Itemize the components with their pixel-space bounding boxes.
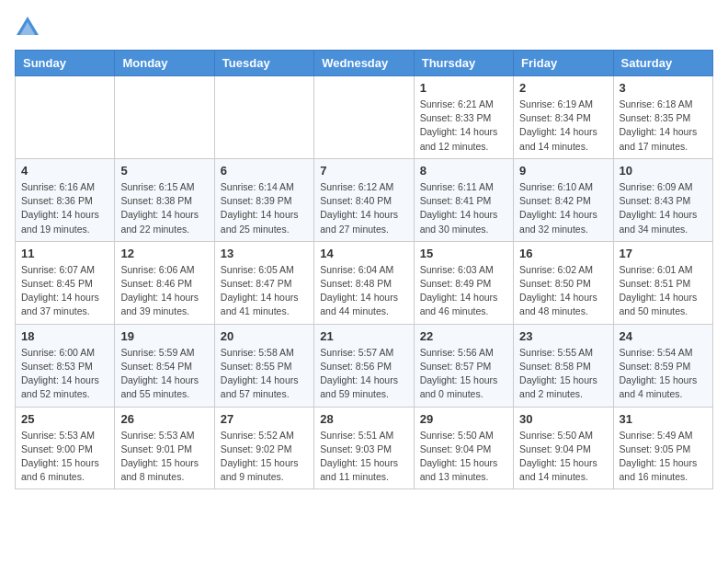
day-info: Sunrise: 6:09 AM Sunset: 8:43 PM Dayligh…	[620, 180, 707, 236]
day-info: Sunrise: 5:50 AM Sunset: 9:04 PM Dayligh…	[519, 429, 607, 485]
day-number: 27	[221, 412, 308, 426]
calendar-cell: 16Sunrise: 6:02 AM Sunset: 8:50 PM Dayli…	[514, 241, 613, 324]
day-number: 17	[620, 247, 707, 260]
day-number: 30	[519, 412, 607, 426]
day-number: 25	[21, 412, 108, 426]
day-info: Sunrise: 6:02 AM Sunset: 8:50 PM Dayligh…	[519, 263, 607, 319]
day-number: 21	[320, 329, 407, 343]
calendar-week-row: 11Sunrise: 6:07 AM Sunset: 8:45 PM Dayli…	[16, 241, 713, 324]
day-number: 24	[620, 329, 707, 343]
calendar-cell: 31Sunrise: 5:49 AM Sunset: 9:05 PM Dayli…	[613, 407, 712, 489]
column-header-monday: Monday	[115, 51, 214, 76]
day-info: Sunrise: 5:56 AM Sunset: 8:57 PM Dayligh…	[420, 346, 507, 402]
day-number: 4	[21, 164, 108, 178]
calendar-cell: 11Sunrise: 6:07 AM Sunset: 8:45 PM Dayli…	[16, 241, 115, 324]
day-number: 14	[320, 247, 407, 260]
day-info: Sunrise: 6:12 AM Sunset: 8:40 PM Dayligh…	[320, 180, 407, 236]
calendar-cell: 7Sunrise: 6:12 AM Sunset: 8:40 PM Daylig…	[314, 158, 414, 241]
calendar-cell: 10Sunrise: 6:09 AM Sunset: 8:43 PM Dayli…	[613, 158, 712, 241]
day-info: Sunrise: 5:58 AM Sunset: 8:55 PM Dayligh…	[221, 346, 308, 402]
day-info: Sunrise: 5:53 AM Sunset: 9:00 PM Dayligh…	[21, 429, 108, 485]
calendar-cell: 20Sunrise: 5:58 AM Sunset: 8:55 PM Dayli…	[214, 324, 313, 407]
calendar-cell: 1Sunrise: 6:21 AM Sunset: 8:33 PM Daylig…	[414, 76, 513, 159]
day-number: 1	[420, 81, 507, 95]
day-info: Sunrise: 5:53 AM Sunset: 9:01 PM Dayligh…	[120, 429, 208, 485]
calendar-cell: 8Sunrise: 6:11 AM Sunset: 8:41 PM Daylig…	[414, 158, 513, 241]
calendar-cell: 28Sunrise: 5:51 AM Sunset: 9:03 PM Dayli…	[314, 407, 414, 489]
day-info: Sunrise: 5:52 AM Sunset: 9:02 PM Dayligh…	[221, 429, 308, 485]
day-info: Sunrise: 5:50 AM Sunset: 9:04 PM Dayligh…	[420, 429, 507, 485]
calendar-cell	[16, 76, 115, 159]
page-header	[15, 15, 713, 40]
day-number: 13	[221, 247, 308, 260]
day-info: Sunrise: 6:06 AM Sunset: 8:46 PM Dayligh…	[120, 263, 208, 319]
day-number: 18	[21, 329, 108, 343]
calendar-cell: 13Sunrise: 6:05 AM Sunset: 8:47 PM Dayli…	[214, 241, 313, 324]
day-info: Sunrise: 6:07 AM Sunset: 8:45 PM Dayligh…	[21, 263, 108, 319]
column-header-thursday: Thursday	[414, 51, 513, 76]
day-number: 2	[519, 81, 607, 95]
day-info: Sunrise: 5:55 AM Sunset: 8:58 PM Dayligh…	[519, 346, 607, 402]
calendar-header-row: SundayMondayTuesdayWednesdayThursdayFrid…	[16, 51, 713, 76]
day-number: 3	[620, 81, 707, 95]
calendar-cell: 3Sunrise: 6:18 AM Sunset: 8:35 PM Daylig…	[613, 76, 712, 159]
day-number: 15	[420, 247, 507, 260]
day-number: 20	[221, 329, 308, 343]
calendar-cell: 23Sunrise: 5:55 AM Sunset: 8:58 PM Dayli…	[514, 324, 613, 407]
day-number: 22	[420, 329, 507, 343]
day-number: 16	[519, 247, 607, 260]
day-number: 29	[420, 412, 507, 426]
column-header-friday: Friday	[514, 51, 613, 76]
calendar-week-row: 4Sunrise: 6:16 AM Sunset: 8:36 PM Daylig…	[16, 158, 713, 241]
calendar-cell: 30Sunrise: 5:50 AM Sunset: 9:04 PM Dayli…	[514, 407, 613, 489]
day-number: 9	[519, 164, 607, 178]
calendar-cell: 5Sunrise: 6:15 AM Sunset: 8:38 PM Daylig…	[115, 158, 214, 241]
logo	[15, 15, 42, 40]
day-info: Sunrise: 6:04 AM Sunset: 8:48 PM Dayligh…	[320, 263, 407, 319]
calendar-cell: 27Sunrise: 5:52 AM Sunset: 9:02 PM Dayli…	[214, 407, 313, 489]
calendar-cell	[214, 76, 313, 159]
column-header-saturday: Saturday	[613, 51, 712, 76]
calendar-cell: 18Sunrise: 6:00 AM Sunset: 8:53 PM Dayli…	[16, 324, 115, 407]
calendar-cell	[314, 76, 414, 159]
column-header-wednesday: Wednesday	[314, 51, 414, 76]
calendar-cell: 15Sunrise: 6:03 AM Sunset: 8:49 PM Dayli…	[414, 241, 513, 324]
calendar-cell: 4Sunrise: 6:16 AM Sunset: 8:36 PM Daylig…	[16, 158, 115, 241]
day-info: Sunrise: 5:54 AM Sunset: 8:59 PM Dayligh…	[620, 346, 707, 402]
calendar-cell: 2Sunrise: 6:19 AM Sunset: 8:34 PM Daylig…	[514, 76, 613, 159]
calendar-cell: 26Sunrise: 5:53 AM Sunset: 9:01 PM Dayli…	[115, 407, 214, 489]
day-info: Sunrise: 5:51 AM Sunset: 9:03 PM Dayligh…	[320, 429, 407, 485]
calendar-cell: 22Sunrise: 5:56 AM Sunset: 8:57 PM Dayli…	[414, 324, 513, 407]
day-number: 10	[620, 164, 707, 178]
day-info: Sunrise: 6:14 AM Sunset: 8:39 PM Dayligh…	[221, 180, 308, 236]
day-number: 19	[120, 329, 208, 343]
day-number: 23	[519, 329, 607, 343]
day-number: 5	[120, 164, 208, 178]
day-number: 7	[320, 164, 407, 178]
day-info: Sunrise: 6:19 AM Sunset: 8:34 PM Dayligh…	[519, 98, 607, 154]
column-header-tuesday: Tuesday	[214, 51, 313, 76]
calendar-cell: 24Sunrise: 5:54 AM Sunset: 8:59 PM Dayli…	[613, 324, 712, 407]
day-info: Sunrise: 6:18 AM Sunset: 8:35 PM Dayligh…	[620, 98, 707, 154]
day-number: 12	[120, 247, 208, 260]
calendar-week-row: 25Sunrise: 5:53 AM Sunset: 9:00 PM Dayli…	[16, 407, 713, 489]
day-info: Sunrise: 6:10 AM Sunset: 8:42 PM Dayligh…	[519, 180, 607, 236]
calendar-cell: 12Sunrise: 6:06 AM Sunset: 8:46 PM Dayli…	[115, 241, 214, 324]
calendar-cell	[115, 76, 214, 159]
day-info: Sunrise: 5:57 AM Sunset: 8:56 PM Dayligh…	[320, 346, 407, 402]
day-info: Sunrise: 6:11 AM Sunset: 8:41 PM Dayligh…	[420, 180, 507, 236]
day-info: Sunrise: 6:01 AM Sunset: 8:51 PM Dayligh…	[620, 263, 707, 319]
calendar-cell: 14Sunrise: 6:04 AM Sunset: 8:48 PM Dayli…	[314, 241, 414, 324]
logo-icon	[15, 15, 40, 40]
calendar-table: SundayMondayTuesdayWednesdayThursdayFrid…	[15, 50, 713, 489]
day-number: 8	[420, 164, 507, 178]
calendar-week-row: 1Sunrise: 6:21 AM Sunset: 8:33 PM Daylig…	[16, 76, 713, 159]
calendar-cell: 25Sunrise: 5:53 AM Sunset: 9:00 PM Dayli…	[16, 407, 115, 489]
column-header-sunday: Sunday	[16, 51, 115, 76]
day-info: Sunrise: 6:16 AM Sunset: 8:36 PM Dayligh…	[21, 180, 108, 236]
calendar-cell: 29Sunrise: 5:50 AM Sunset: 9:04 PM Dayli…	[414, 407, 513, 489]
calendar-cell: 6Sunrise: 6:14 AM Sunset: 8:39 PM Daylig…	[214, 158, 313, 241]
day-info: Sunrise: 6:00 AM Sunset: 8:53 PM Dayligh…	[21, 346, 108, 402]
day-info: Sunrise: 5:59 AM Sunset: 8:54 PM Dayligh…	[120, 346, 208, 402]
day-number: 28	[320, 412, 407, 426]
